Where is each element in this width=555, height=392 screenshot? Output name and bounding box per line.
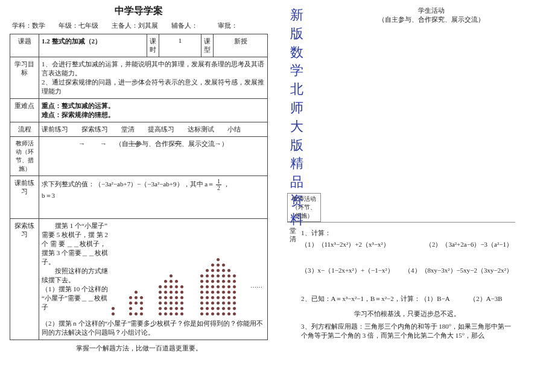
teacher-activity-label: 教师活动（环节、措施） xyxy=(10,136,39,175)
exp-p3: （1）摆第 10 个这样的“小屋子”需要＿＿枚棋子 xyxy=(42,285,108,312)
flow-label: 流程 xyxy=(10,122,39,136)
student-activity-text: （自主参与、合作探究、展示交流→） xyxy=(115,140,228,147)
dots-figure: …… xyxy=(112,225,265,315)
focus-label: 重难点 xyxy=(10,98,39,122)
exp-p2: 按照这样的方式继续摆下去。 xyxy=(42,267,108,285)
ellipsis-icon: …… xyxy=(250,282,262,289)
r-activity-sub: （自主参与、合作探究、展示交流） xyxy=(317,15,545,24)
goals-label: 学习目标 xyxy=(10,57,39,98)
tq-h1: 1、计算： xyxy=(301,229,513,238)
pre-exercise-label: 课前练习 xyxy=(10,175,39,218)
footer-left: 掌握一个解题方法，比做一百道题更重要。 xyxy=(10,344,268,353)
cell-period: 1 xyxy=(159,34,201,57)
focus-l2: 难点：探索规律的猜想。 xyxy=(42,110,265,119)
vertical-banner: 新版数学北师大版精品资料 xyxy=(288,6,305,229)
arrow-icon: → xyxy=(78,140,85,147)
meta-line: 学科：数学 年级：七年级 主备人：刘其展 辅备人： 审批： xyxy=(10,21,268,30)
cell-topic-label: 课题 xyxy=(10,34,39,57)
pre-line2: ， xyxy=(223,180,230,188)
student-activity-cell: → → （自主参与、合作探究、展示交流→） xyxy=(39,136,268,175)
flow-body: 课前练习 探索练习 堂清 提高练习 达标测试 小结 xyxy=(39,122,268,136)
cell-type: 新授 xyxy=(214,34,268,57)
r-activity-head: 学生活动 xyxy=(317,6,545,15)
pre-line3: b＝3 xyxy=(42,192,55,199)
arrow-icon: → xyxy=(100,140,107,147)
cell-topic: 1.2 整式的加减（2） xyxy=(39,34,147,57)
tq-p1b: （2）（3a²+2a−6）−3（a²−1） xyxy=(425,240,513,249)
tq-p2a: （3）x−（1−2x+x²）+（−1−x²） xyxy=(301,266,394,275)
focus-l1: 重点：整式加减的运算。 xyxy=(42,101,265,110)
page-title: 中学导学案 xyxy=(10,5,268,17)
pre-exercise-body: 求下列整式的值：（−3a²−ab+7）−（−3a²−ab+9），其中 a＝ 12… xyxy=(39,175,268,218)
tangqing-body: 1、计算： （1）（11x³−2x²）+2（x³−x²） （2）（3a²+2a−… xyxy=(299,223,515,347)
focus-body: 重点：整式加减的运算。 难点：探索规律的猜想。 xyxy=(39,98,268,122)
exp-p4: （2）摆第 n 个这样的“小屋子”需要多少枚棋子？你是如何得到的？你能用不同的方… xyxy=(42,319,265,337)
tq-p2b: （4）（8xy−3x²）−5xy−2（3xy−2x²） xyxy=(404,266,513,275)
explore-body: 摆第 1 个“小屋子”需要 5 枚棋子，摆 第 2 个 需 要 ＿＿枚棋子，摆第… xyxy=(39,218,268,340)
footer-right: 学习不怕根基浅，只要迈步总不迟。 xyxy=(301,309,513,318)
tq-h3: 3、列方程解应用题：三角形三个内角的和等于 180°，如果三角形中第一个角等于第… xyxy=(301,322,513,340)
goals-body: 1、会进行整式加减的运算，并能说明其中的算理，发展有条理的思考及其语言表达能力。… xyxy=(39,57,268,98)
right-section-table: 堂清 1、计算： （1）（11x³−2x²）+2（x³−x²） （2）（3a²+… xyxy=(287,222,515,346)
explore-label: 探索练习 xyxy=(10,218,39,340)
cell-type-label: 课型 xyxy=(201,34,214,57)
lesson-plan-table: 课题 1.2 整式的加减（2） 课时 1 课型 新授 学习目标 1、会进行整式加… xyxy=(10,34,268,340)
exp-p1: 摆第 1 个“小屋子”需要 5 枚棋子，摆 第 2 个 需 要 ＿＿枚棋子，摆第… xyxy=(42,221,108,267)
tq-h2: 2、已知：A＝x³−x²−1，B＝x²−2，计算：（1）B−A （2）A−3B xyxy=(301,294,513,303)
tangqing-label: 堂清 xyxy=(287,223,299,347)
fraction-half: 12 xyxy=(216,179,221,191)
tq-p1a: （1）（11x³−2x²）+2（x³−x²） xyxy=(301,240,390,249)
cell-period-label: 课时 xyxy=(147,34,159,57)
pre-line1: 求下列整式的值：（−3a²−ab+7）−（−3a²−ab+9），其中 a＝ xyxy=(42,180,214,188)
